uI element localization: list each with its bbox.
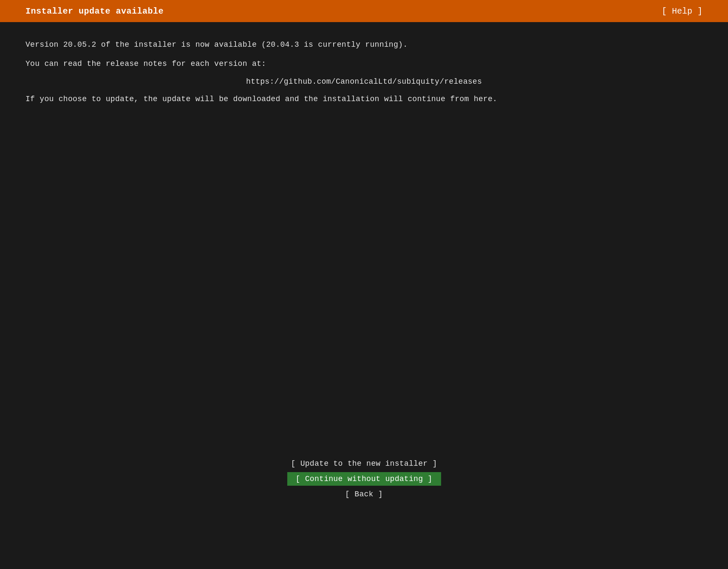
continue-without-updating-button[interactable]: [ Continue without updating ] <box>287 472 441 486</box>
app-container: Installer update available [ Help ] Vers… <box>0 0 728 569</box>
header-bar: Installer update available [ Help ] <box>0 0 728 22</box>
release-notes-intro: You can read the release notes for each … <box>25 58 703 70</box>
buttons-area: [ Update to the new installer ] [ Contin… <box>282 457 445 501</box>
update-button[interactable]: [ Update to the new installer ] <box>282 457 445 470</box>
version-info-line: Version 20.05.2 of the installer is now … <box>25 39 703 51</box>
back-button[interactable]: [ Back ] <box>296 487 432 501</box>
update-description: If you choose to update, the update will… <box>25 93 703 105</box>
header-title: Installer update available <box>25 6 164 16</box>
help-button[interactable]: [ Help ] <box>662 6 703 16</box>
release-notes-url: https://github.com/CanonicalLtd/subiquit… <box>25 77 703 86</box>
